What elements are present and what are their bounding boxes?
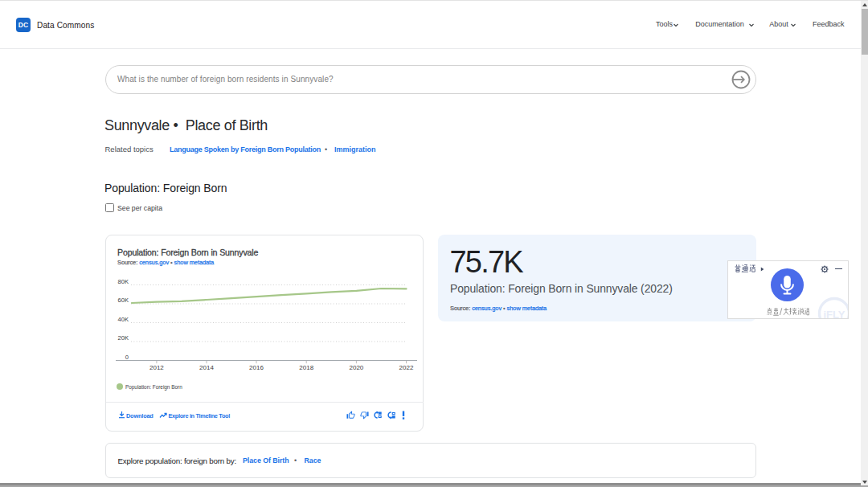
svg-text:0: 0 (125, 354, 129, 361)
svg-text:iFLY: iFLY (823, 309, 845, 320)
svg-text:2012: 2012 (149, 364, 164, 371)
svg-text:80K: 80K (117, 278, 129, 285)
svg-text:2020: 2020 (350, 364, 364, 371)
svg-text:2018: 2018 (299, 364, 313, 371)
svg-text:2014: 2014 (199, 364, 214, 371)
svg-text:40K: 40K (117, 316, 129, 323)
svg-text:20K: 20K (117, 334, 129, 342)
svg-text:2016: 2016 (249, 364, 264, 371)
svg-text:2022: 2022 (399, 364, 414, 371)
svg-text:60K: 60K (117, 297, 129, 304)
